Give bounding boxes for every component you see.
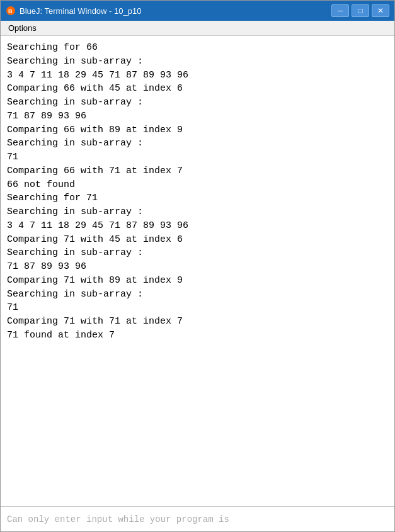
terminal-content: Searching for 66 Searching in sub-array …: [7, 41, 388, 342]
close-button[interactable]: ✕: [372, 4, 389, 17]
bluej-icon: B: [6, 6, 16, 16]
maximize-button[interactable]: □: [352, 4, 369, 17]
svg-text:B: B: [8, 8, 13, 14]
input-area: Can only enter input while your program …: [1, 506, 394, 531]
terminal-window: B BlueJ: Terminal Window - 10_p10 ─ □ ✕ …: [0, 0, 395, 532]
options-menu[interactable]: Options: [3, 22, 42, 34]
menu-bar: Options: [1, 21, 394, 36]
title-bar: B BlueJ: Terminal Window - 10_p10 ─ □ ✕: [1, 1, 394, 21]
terminal-output-area[interactable]: Searching for 66 Searching in sub-array …: [1, 36, 394, 506]
window-title: BlueJ: Terminal Window - 10_p10: [20, 6, 331, 16]
minimize-button[interactable]: ─: [331, 4, 349, 17]
input-placeholder: Can only enter input while your program …: [7, 514, 229, 524]
window-controls: ─ □ ✕: [331, 4, 389, 17]
